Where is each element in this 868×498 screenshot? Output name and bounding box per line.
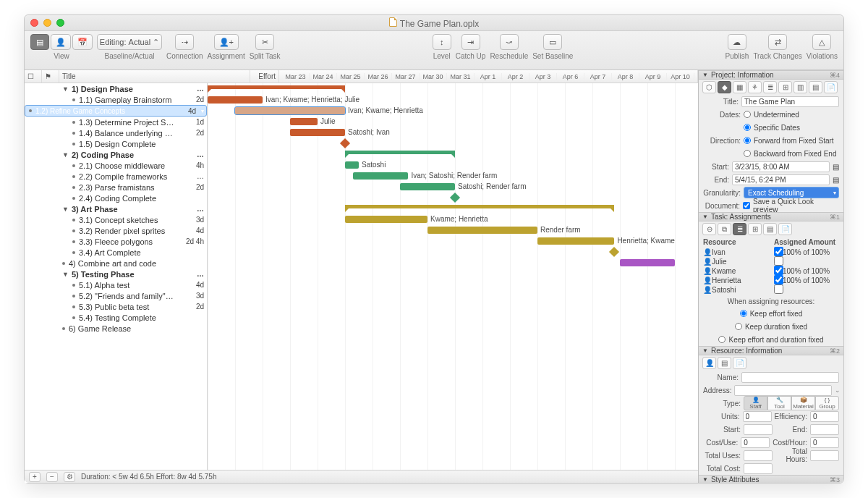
col-effort[interactable]: Effort [250,70,279,83]
calendar-icon[interactable]: ▤ [833,176,839,184]
resource-address-input[interactable] [734,385,832,396]
res-end-input[interactable] [810,424,839,435]
tab-icon[interactable]: ⊖ [702,223,716,235]
tab-icon[interactable]: ▤ [718,357,731,369]
task-row[interactable]: 3.4) Art Complete [25,247,207,258]
tab-icon[interactable]: ▤ [763,223,777,235]
task-row[interactable]: 3.3) Fleece polygons2d 4h [25,236,207,247]
type-segmented[interactable]: 👤Staff 🔧Tool 📦Material { }Group [744,396,839,410]
task-row[interactable]: ▼5) Testing Phase… [25,269,207,279]
task-row[interactable]: ▼2) Coding Phase… [25,149,207,160]
action-button[interactable]: ⚙ [64,472,75,482]
resource-name-input[interactable] [741,372,839,383]
tab-icon[interactable]: ⊞ [748,223,762,235]
view-gantt-button[interactable]: ▤ [30,34,49,50]
level-button[interactable]: ↕ [433,34,451,50]
reschedule-button[interactable]: ⤻ [500,34,519,50]
set-baseline-button[interactable]: ▭ [543,34,562,50]
violations-button[interactable]: △ [812,34,831,50]
gantt-group-bar[interactable] [345,205,614,208]
tab-icon[interactable]: ⬡ [702,81,716,93]
task-row[interactable]: 5.4) Testing Complete [25,312,207,323]
tab-icon[interactable]: ▥ [793,81,807,93]
end-input[interactable] [732,174,830,185]
task-row[interactable]: 1.2) Refine Game Concepts4d [25,105,207,117]
tab-icon[interactable]: 📄 [733,357,746,369]
units-input[interactable] [743,411,772,422]
task-assignments-header[interactable]: ▼Task: Assignments⌘1 [699,212,843,221]
task-row[interactable]: 2.1) Choose middleware4h [25,160,207,171]
task-row[interactable]: 3.2) Render pixel sprites4d [25,225,207,236]
tab-info-icon[interactable]: ◆ [718,81,731,93]
resource-row[interactable]: 👤Henrietta100% of 100% [703,276,839,285]
gantt-bar[interactable] [345,216,427,223]
task-row[interactable]: 2.4) Coding Complete [25,193,207,203]
close-icon[interactable] [30,19,38,27]
resource-info-header[interactable]: ▼Resource: Information⌘2 [699,346,843,355]
tab-icon[interactable]: ⧉ [718,223,731,235]
task-row[interactable]: 5.3) Public beta test2d [25,301,207,312]
calendar-icon[interactable]: ▤ [833,163,839,171]
remove-button[interactable]: − [46,472,58,482]
assign-checkbox[interactable] [774,256,783,266]
task-row[interactable]: 1.4) Balance underlying math2d [25,127,207,138]
gantt-bar[interactable] [400,183,455,190]
gantt-bar[interactable] [290,129,345,136]
task-row[interactable]: 1.3) Determine Project Scope1d [25,117,207,127]
granularity-select[interactable]: Exact Scheduling [744,187,839,198]
task-row[interactable]: ▼1) Design Phase… [25,83,207,94]
resource-row[interactable]: 👤Satoshi [703,285,839,295]
keep-both-radio[interactable] [718,336,726,343]
tab-icon[interactable]: 📄 [778,223,792,235]
task-outline[interactable]: ▼1) Design Phase…1.1) Gameplay Brainstor… [25,83,208,470]
task-row[interactable]: 1.1) Gameplay Brainstorm2d [25,94,207,105]
quicklook-checkbox[interactable] [743,202,750,209]
task-row[interactable]: 2.3) Parse framistans2d [25,182,207,193]
view-people-button[interactable]: 👤 [51,34,71,50]
task-row[interactable]: 1.5) Design Complete [25,138,207,149]
direction-forward-radio[interactable] [744,137,751,144]
assignment-button[interactable]: 👤+ [214,34,239,50]
tab-icon[interactable]: ▤ [809,81,822,93]
editing-select[interactable]: Editing: Actual ⌃ [97,34,162,50]
resource-row[interactable]: 👤Ivan100% of 100% [703,248,839,257]
gantt-bar[interactable] [290,118,318,125]
gantt-bar[interactable] [620,259,675,266]
project-title-input[interactable] [741,96,839,107]
publish-button[interactable]: ☁ [728,34,746,50]
gantt-bar[interactable] [427,227,537,234]
add-button[interactable]: + [29,472,41,482]
dates-undetermined-radio[interactable] [744,111,751,118]
gantt-bar[interactable] [537,237,614,245]
zoom-icon[interactable] [56,19,64,27]
connection-button[interactable]: ⇢ [175,34,194,50]
tab-icon[interactable]: ⊞ [778,81,792,93]
direction-backward-radio[interactable] [744,150,751,157]
gantt-group-bar[interactable] [208,85,345,89]
tab-icon[interactable]: ≣ [763,81,777,93]
efficiency-input[interactable] [810,411,839,422]
catchup-button[interactable]: ⇥ [461,34,480,50]
minimize-icon[interactable] [43,19,51,27]
keep-duration-radio[interactable] [735,323,742,330]
col-flag[interactable]: ⚑ [42,70,59,83]
project-info-header[interactable]: ▼Project: Information⌘4 [699,70,843,80]
keep-effort-radio[interactable] [740,310,747,317]
gantt-bar[interactable] [353,172,408,180]
col-title[interactable]: Title [59,70,250,83]
costuse-input[interactable] [741,437,770,448]
style-attributes-header[interactable]: ▼Style Attributes⌘3 [699,475,843,483]
view-calendar-button[interactable]: 📅 [72,34,93,50]
tab-icon[interactable]: ▦ [733,81,746,93]
task-row[interactable]: 4) Combine art and code [25,258,207,269]
task-row[interactable]: 3.1) Concept sketches3d [25,214,207,225]
split-task-button[interactable]: ✂ [255,34,274,50]
task-row[interactable]: ▼3) Art Phase… [25,203,207,214]
start-input[interactable] [732,161,830,172]
tab-icon[interactable]: ⚘ [748,81,762,93]
task-row[interactable]: 5.1) Alpha test4d [25,279,207,290]
dates-specific-radio[interactable] [744,124,751,131]
gantt-bar[interactable] [208,96,263,104]
task-row[interactable]: 6) Game Release [25,323,207,334]
gantt-chart[interactable]: Ivan; Kwame; Henrietta; JulieIvan; Kwame… [208,83,698,470]
